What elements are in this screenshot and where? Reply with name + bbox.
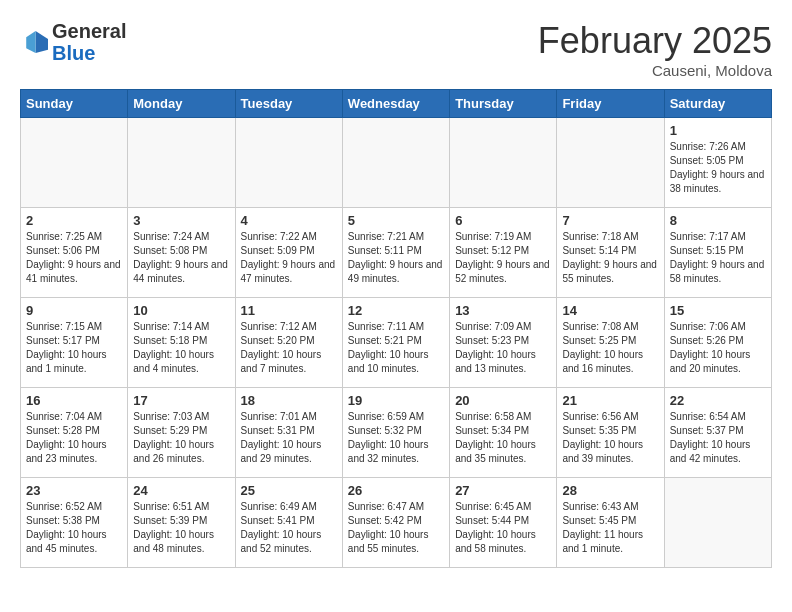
calendar-day-cell: 8Sunrise: 7:17 AM Sunset: 5:15 PM Daylig… — [664, 208, 771, 298]
day-info: Sunrise: 6:47 AM Sunset: 5:42 PM Dayligh… — [348, 500, 444, 556]
weekday-header: Saturday — [664, 90, 771, 118]
calendar-day-cell: 22Sunrise: 6:54 AM Sunset: 5:37 PM Dayli… — [664, 388, 771, 478]
calendar-day-cell — [450, 118, 557, 208]
calendar-day-cell: 1Sunrise: 7:26 AM Sunset: 5:05 PM Daylig… — [664, 118, 771, 208]
day-number: 27 — [455, 483, 551, 498]
weekday-header: Monday — [128, 90, 235, 118]
day-number: 16 — [26, 393, 122, 408]
month-title: February 2025 — [538, 20, 772, 62]
logo-general: General — [52, 20, 126, 42]
calendar-day-cell: 5Sunrise: 7:21 AM Sunset: 5:11 PM Daylig… — [342, 208, 449, 298]
day-info: Sunrise: 7:03 AM Sunset: 5:29 PM Dayligh… — [133, 410, 229, 466]
day-number: 24 — [133, 483, 229, 498]
calendar-day-cell: 11Sunrise: 7:12 AM Sunset: 5:20 PM Dayli… — [235, 298, 342, 388]
day-info: Sunrise: 6:51 AM Sunset: 5:39 PM Dayligh… — [133, 500, 229, 556]
day-info: Sunrise: 6:45 AM Sunset: 5:44 PM Dayligh… — [455, 500, 551, 556]
calendar-day-cell: 4Sunrise: 7:22 AM Sunset: 5:09 PM Daylig… — [235, 208, 342, 298]
calendar-day-cell: 15Sunrise: 7:06 AM Sunset: 5:26 PM Dayli… — [664, 298, 771, 388]
logo-icon — [20, 28, 48, 56]
page-header: General Blue February 2025 Causeni, Mold… — [20, 20, 772, 79]
day-info: Sunrise: 6:54 AM Sunset: 5:37 PM Dayligh… — [670, 410, 766, 466]
calendar-day-cell: 2Sunrise: 7:25 AM Sunset: 5:06 PM Daylig… — [21, 208, 128, 298]
day-number: 1 — [670, 123, 766, 138]
calendar-day-cell: 21Sunrise: 6:56 AM Sunset: 5:35 PM Dayli… — [557, 388, 664, 478]
calendar-day-cell: 28Sunrise: 6:43 AM Sunset: 5:45 PM Dayli… — [557, 478, 664, 568]
logo: General Blue — [20, 20, 126, 64]
day-number: 7 — [562, 213, 658, 228]
calendar-day-cell: 14Sunrise: 7:08 AM Sunset: 5:25 PM Dayli… — [557, 298, 664, 388]
logo-text: General Blue — [52, 20, 126, 64]
day-info: Sunrise: 7:01 AM Sunset: 5:31 PM Dayligh… — [241, 410, 337, 466]
calendar-day-cell: 17Sunrise: 7:03 AM Sunset: 5:29 PM Dayli… — [128, 388, 235, 478]
day-info: Sunrise: 7:06 AM Sunset: 5:26 PM Dayligh… — [670, 320, 766, 376]
logo-blue: Blue — [52, 42, 126, 64]
day-number: 11 — [241, 303, 337, 318]
day-info: Sunrise: 7:09 AM Sunset: 5:23 PM Dayligh… — [455, 320, 551, 376]
calendar-day-cell: 9Sunrise: 7:15 AM Sunset: 5:17 PM Daylig… — [21, 298, 128, 388]
svg-marker-0 — [36, 31, 48, 53]
calendar-day-cell: 16Sunrise: 7:04 AM Sunset: 5:28 PM Dayli… — [21, 388, 128, 478]
day-info: Sunrise: 7:04 AM Sunset: 5:28 PM Dayligh… — [26, 410, 122, 466]
calendar-day-cell: 18Sunrise: 7:01 AM Sunset: 5:31 PM Dayli… — [235, 388, 342, 478]
day-number: 21 — [562, 393, 658, 408]
calendar-day-cell: 12Sunrise: 7:11 AM Sunset: 5:21 PM Dayli… — [342, 298, 449, 388]
weekday-header: Tuesday — [235, 90, 342, 118]
calendar-table: SundayMondayTuesdayWednesdayThursdayFrid… — [20, 89, 772, 568]
weekday-header: Friday — [557, 90, 664, 118]
day-number: 23 — [26, 483, 122, 498]
day-info: Sunrise: 7:26 AM Sunset: 5:05 PM Dayligh… — [670, 140, 766, 196]
calendar-header-row: SundayMondayTuesdayWednesdayThursdayFrid… — [21, 90, 772, 118]
calendar-day-cell: 26Sunrise: 6:47 AM Sunset: 5:42 PM Dayli… — [342, 478, 449, 568]
day-number: 25 — [241, 483, 337, 498]
day-info: Sunrise: 7:21 AM Sunset: 5:11 PM Dayligh… — [348, 230, 444, 286]
calendar-week-row: 1Sunrise: 7:26 AM Sunset: 5:05 PM Daylig… — [21, 118, 772, 208]
calendar-week-row: 9Sunrise: 7:15 AM Sunset: 5:17 PM Daylig… — [21, 298, 772, 388]
day-number: 18 — [241, 393, 337, 408]
day-info: Sunrise: 6:56 AM Sunset: 5:35 PM Dayligh… — [562, 410, 658, 466]
day-number: 15 — [670, 303, 766, 318]
day-number: 17 — [133, 393, 229, 408]
day-number: 26 — [348, 483, 444, 498]
calendar-day-cell — [128, 118, 235, 208]
day-info: Sunrise: 6:52 AM Sunset: 5:38 PM Dayligh… — [26, 500, 122, 556]
day-number: 19 — [348, 393, 444, 408]
calendar-day-cell: 19Sunrise: 6:59 AM Sunset: 5:32 PM Dayli… — [342, 388, 449, 478]
day-number: 14 — [562, 303, 658, 318]
day-number: 20 — [455, 393, 551, 408]
calendar-day-cell: 23Sunrise: 6:52 AM Sunset: 5:38 PM Dayli… — [21, 478, 128, 568]
day-info: Sunrise: 7:11 AM Sunset: 5:21 PM Dayligh… — [348, 320, 444, 376]
day-number: 9 — [26, 303, 122, 318]
weekday-header: Sunday — [21, 90, 128, 118]
weekday-header: Wednesday — [342, 90, 449, 118]
day-number: 13 — [455, 303, 551, 318]
day-number: 8 — [670, 213, 766, 228]
calendar-week-row: 2Sunrise: 7:25 AM Sunset: 5:06 PM Daylig… — [21, 208, 772, 298]
day-number: 6 — [455, 213, 551, 228]
day-info: Sunrise: 7:15 AM Sunset: 5:17 PM Dayligh… — [26, 320, 122, 376]
calendar-day-cell: 3Sunrise: 7:24 AM Sunset: 5:08 PM Daylig… — [128, 208, 235, 298]
calendar-week-row: 16Sunrise: 7:04 AM Sunset: 5:28 PM Dayli… — [21, 388, 772, 478]
day-info: Sunrise: 6:43 AM Sunset: 5:45 PM Dayligh… — [562, 500, 658, 556]
calendar-day-cell — [21, 118, 128, 208]
day-info: Sunrise: 6:58 AM Sunset: 5:34 PM Dayligh… — [455, 410, 551, 466]
calendar-day-cell: 10Sunrise: 7:14 AM Sunset: 5:18 PM Dayli… — [128, 298, 235, 388]
calendar-day-cell: 6Sunrise: 7:19 AM Sunset: 5:12 PM Daylig… — [450, 208, 557, 298]
location: Causeni, Moldova — [538, 62, 772, 79]
calendar-day-cell — [342, 118, 449, 208]
svg-marker-1 — [26, 31, 35, 53]
calendar-day-cell — [557, 118, 664, 208]
day-info: Sunrise: 7:19 AM Sunset: 5:12 PM Dayligh… — [455, 230, 551, 286]
calendar-day-cell: 24Sunrise: 6:51 AM Sunset: 5:39 PM Dayli… — [128, 478, 235, 568]
day-number: 10 — [133, 303, 229, 318]
calendar-day-cell: 20Sunrise: 6:58 AM Sunset: 5:34 PM Dayli… — [450, 388, 557, 478]
calendar-day-cell: 25Sunrise: 6:49 AM Sunset: 5:41 PM Dayli… — [235, 478, 342, 568]
day-info: Sunrise: 7:14 AM Sunset: 5:18 PM Dayligh… — [133, 320, 229, 376]
calendar-day-cell: 27Sunrise: 6:45 AM Sunset: 5:44 PM Dayli… — [450, 478, 557, 568]
day-info: Sunrise: 6:49 AM Sunset: 5:41 PM Dayligh… — [241, 500, 337, 556]
day-info: Sunrise: 7:24 AM Sunset: 5:08 PM Dayligh… — [133, 230, 229, 286]
day-info: Sunrise: 7:22 AM Sunset: 5:09 PM Dayligh… — [241, 230, 337, 286]
calendar-day-cell — [664, 478, 771, 568]
day-info: Sunrise: 7:18 AM Sunset: 5:14 PM Dayligh… — [562, 230, 658, 286]
day-number: 28 — [562, 483, 658, 498]
day-number: 2 — [26, 213, 122, 228]
